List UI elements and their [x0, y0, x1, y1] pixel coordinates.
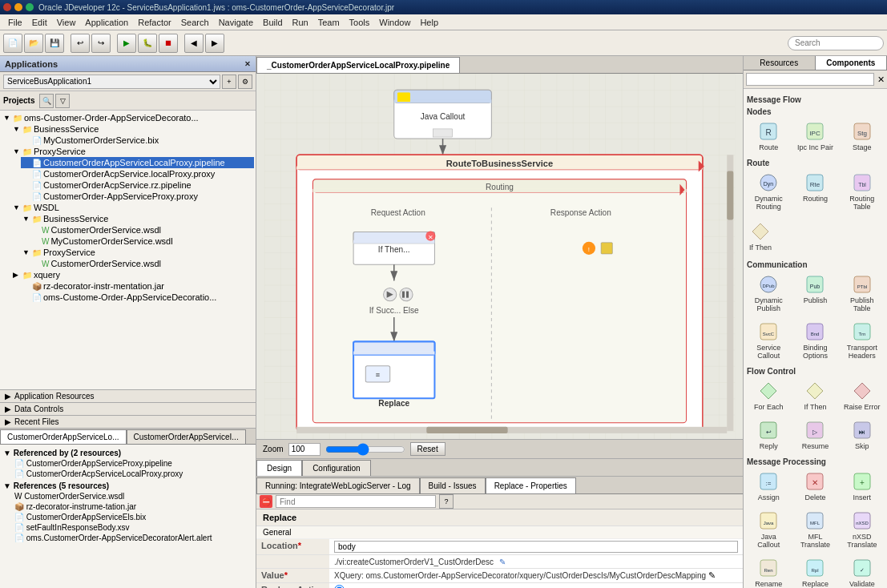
replace-node-option[interactable]: Replace node — [334, 585, 738, 588]
open-button[interactable]: 📂 — [24, 34, 43, 53]
publish-table-component[interactable]: PTbl Publish Table — [841, 271, 884, 315]
tree-item-proxy2[interactable]: 📄 CustomerOrder-AppServiceProxy.proxy — [21, 191, 254, 202]
for-each-component[interactable]: For Each — [747, 377, 790, 413]
path-edit-icon[interactable]: ✎ — [499, 558, 506, 566]
tree-item-jar[interactable]: 📦 rz-decorator-instr-mentation.jar — [21, 280, 254, 292]
tree-item-xquery[interactable]: ▶📁 xquery — [11, 269, 254, 280]
refs-item-1[interactable]: W CustomerOrderService.wsdl — [13, 491, 252, 501]
resume-component[interactable]: ▷ Resume — [793, 417, 837, 453]
delete-component[interactable]: ✕ Delete — [793, 468, 837, 504]
menu-team[interactable]: Team — [313, 16, 345, 29]
java-callout-node[interactable]: Java Callout — [394, 90, 492, 139]
replace-component[interactable]: Rpl Replace — [793, 554, 837, 588]
ref-item-2[interactable]: 📄 CustomerOrderAcpServiceLocalProxy.prox… — [13, 469, 252, 479]
run-button[interactable]: ▶ — [117, 34, 136, 53]
menu-file[interactable]: File — [3, 16, 27, 29]
data-controls-item[interactable]: ▶Data Controls — [0, 402, 256, 415]
debug-button[interactable]: 🐛 — [138, 34, 157, 53]
filter-btn[interactable]: 🔍 — [39, 94, 54, 108]
resources-tab[interactable]: Resources — [744, 56, 816, 70]
rename-component[interactable]: Ren Rename — [747, 554, 790, 588]
refs-section[interactable]: ▼ References (5 resources) — [3, 481, 252, 491]
service-callout-component[interactable]: SvcC Service Callout — [747, 318, 790, 362]
stop-button[interactable]: ⏹ — [159, 34, 178, 53]
replace-node[interactable]: ≡ Replace — [353, 341, 434, 408]
routing-table-component[interactable]: Tbl Routing Table — [841, 169, 884, 213]
menu-refactor[interactable]: Refactor — [133, 16, 176, 29]
zoom-reset-button[interactable]: Reset — [410, 442, 446, 456]
help-btn[interactable]: ? — [439, 494, 454, 509]
if-then-node[interactable]: If Then... ✕ — [353, 232, 435, 265]
configuration-tab[interactable]: Configuration — [302, 460, 370, 476]
if-then-flow-component[interactable]: If Then — [793, 377, 837, 413]
menu-search[interactable]: Search — [176, 16, 214, 29]
log-tab-build[interactable]: Build - Issues — [420, 477, 486, 493]
if-then-route-component[interactable]: If Then — [747, 218, 774, 254]
stage-component[interactable]: Stg Stage — [841, 118, 884, 154]
components-tab[interactable]: Components — [816, 56, 888, 70]
canvas-tab-pipeline[interactable]: _CustomerOrderAppServiceLocalProxy.pipel… — [256, 57, 460, 73]
lb-tab-2[interactable]: CustomerOrderAppServiceI... — [127, 429, 246, 444]
menu-run[interactable]: Run — [288, 16, 313, 29]
tree-item-wsdl3[interactable]: W CustomerOrderService.wsdl — [30, 258, 254, 269]
mfl-translate-component[interactable]: MFL MFL Translate — [793, 507, 837, 551]
skip-component[interactable]: ⏭ Skip — [841, 417, 884, 453]
raise-error-component[interactable]: Raise Error — [841, 377, 884, 413]
value-edit-icon[interactable]: ✎ — [708, 570, 716, 580]
settings-btn[interactable]: ⚙ — [238, 75, 252, 89]
stop-find-btn[interactable]: ⛔ — [260, 495, 272, 508]
component-search-input[interactable] — [746, 73, 874, 86]
tree-item-bsvc[interactable]: ▼📁 BusinessService — [11, 123, 254, 135]
search-input[interactable] — [788, 36, 884, 50]
search-clear-icon[interactable]: ✕ — [877, 75, 885, 85]
tree-item-wsdl-proxy[interactable]: ▼📁 ProxyService — [21, 247, 254, 258]
menu-view[interactable]: View — [52, 16, 81, 29]
dyn-routing-component[interactable]: Dyn Dynamic Routing — [747, 169, 790, 213]
new-app-btn[interactable]: + — [222, 75, 236, 89]
assign-component[interactable]: := Assign — [747, 468, 790, 504]
tree-item-wsdl-bsvc[interactable]: ▼📁 BusinessService — [21, 213, 254, 224]
tree-item-wsdl2[interactable]: W MyCustomerOrderService.wsdl — [30, 236, 254, 247]
menu-tools[interactable]: Tools — [345, 16, 375, 29]
replace-node-radio[interactable] — [334, 585, 345, 588]
java-callout-comp[interactable]: Java Java Callout — [747, 507, 790, 551]
validate-component[interactable]: ✓ Validate — [841, 554, 884, 588]
app-selector[interactable]: ServiceBusApplication1 — [3, 75, 220, 89]
undo-button[interactable]: ↩ — [71, 34, 90, 53]
menu-window[interactable]: Window — [374, 16, 415, 29]
tree-item-wsdl1[interactable]: W CustomerOrderService.wsdl — [30, 224, 254, 236]
ref-by-section[interactable]: ▼ Referenced by (2 resources) — [3, 448, 252, 458]
dyn-publish-component[interactable]: DPub Dynamic Publish — [747, 271, 790, 315]
save-button[interactable]: 💾 — [45, 34, 64, 53]
location-input[interactable] — [334, 541, 738, 553]
insert-component[interactable]: + Insert — [841, 468, 884, 504]
back-button[interactable]: ◀ — [184, 34, 204, 53]
ipc-component[interactable]: IPC Ipc Inc Pair — [793, 118, 837, 154]
lb-tab-1[interactable]: CustomerOrderAppServiceLo... — [0, 429, 127, 444]
menu-build[interactable]: Build — [258, 16, 287, 29]
tree-item-rz-pipeline[interactable]: 📄 CustomerOrderAcpService.rz.pipeline — [21, 179, 254, 191]
menu-navigate[interactable]: Navigate — [214, 16, 258, 29]
refs-item-2[interactable]: 📦 rz-decorator-instrume-tation.jar — [13, 501, 252, 512]
menu-application[interactable]: Application — [80, 16, 133, 29]
app-resources-item[interactable]: ▶Application Resources — [0, 389, 256, 402]
log-tab-replace[interactable]: Replace - Properties — [486, 477, 576, 493]
recent-files-item[interactable]: ▶Recent Files — [0, 415, 256, 428]
transport-headers-component[interactable]: Trn Transport Headers — [841, 318, 884, 362]
expand-btn[interactable]: ▽ — [55, 94, 70, 108]
zoom-input[interactable] — [288, 443, 321, 456]
nxsd-translate-component[interactable]: nXSD nXSD Translate — [841, 507, 884, 551]
menu-edit[interactable]: Edit — [27, 16, 52, 29]
refs-item-4[interactable]: 📄 setFaultInResponseBody.xsv — [13, 522, 252, 533]
route-component[interactable]: R Route — [747, 118, 790, 154]
panel-close-icon[interactable]: ✕ — [244, 60, 251, 68]
menu-help[interactable]: Help — [415, 16, 443, 29]
reply-component[interactable]: ↩ Reply — [747, 417, 790, 453]
binding-options-component[interactable]: Bnd Binding Options — [793, 318, 837, 362]
log-tab-running[interactable]: Running: IntegrateWebLogicServer - Log — [256, 477, 420, 493]
maximize-icon[interactable] — [26, 3, 34, 11]
tree-item-wsdl-folder[interactable]: ▼📁 WSDL — [11, 202, 254, 213]
tree-item-decoratio[interactable]: 📄 oms-Custome-Order-AppServiceDecoratio.… — [21, 292, 254, 303]
forward-button[interactable]: ▶ — [205, 34, 224, 53]
redo-button[interactable]: ↪ — [91, 34, 111, 53]
